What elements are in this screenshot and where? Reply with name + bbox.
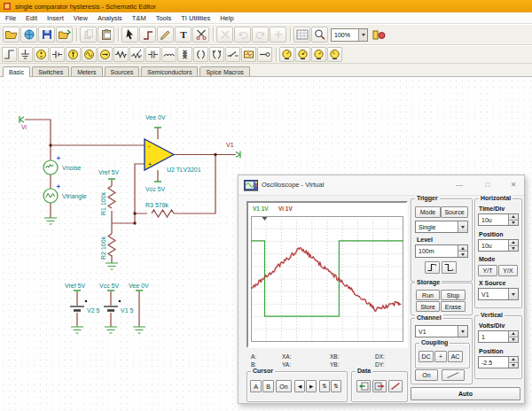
- save-button[interactable]: [38, 27, 55, 43]
- yt-button[interactable]: Y/T: [478, 265, 497, 276]
- component-wattmeter[interactable]: [327, 47, 342, 62]
- source-vtriangle[interactable]: [43, 185, 60, 204]
- component-resistor[interactable]: [113, 47, 129, 62]
- delete-tool-button[interactable]: [216, 27, 233, 43]
- menu-file[interactable]: File: [5, 14, 16, 22]
- component-battery[interactable]: [50, 47, 65, 62]
- component-inductor[interactable]: [161, 47, 176, 62]
- component-ammeter[interactable]: [295, 47, 310, 62]
- input-pin-vi[interactable]: [20, 116, 24, 123]
- label-vee-bat[interactable]: Vee 0V: [129, 283, 149, 289]
- menu-view[interactable]: View: [74, 14, 88, 22]
- zoom-level-select[interactable]: 100%: [331, 28, 368, 42]
- battery-v1[interactable]: [104, 300, 121, 311]
- resistor-r2[interactable]: [108, 234, 115, 256]
- store-button[interactable]: Store: [416, 301, 440, 312]
- chevron-down-icon[interactable]: [508, 289, 518, 299]
- menu-edit[interactable]: Edit: [26, 14, 37, 22]
- label-r3[interactable]: R3 576k: [145, 202, 169, 208]
- xsource-select[interactable]: V1: [478, 288, 519, 300]
- coupling-ground-button[interactable]: +: [434, 351, 447, 362]
- source-vnoise[interactable]: [43, 157, 60, 175]
- label-r1[interactable]: R1 100k: [100, 191, 106, 215]
- coupling-dc-button[interactable]: DC: [419, 351, 434, 362]
- copy-button[interactable]: [80, 27, 97, 43]
- voltsdiv-spinner[interactable]: 1: [478, 330, 519, 343]
- label-vee-top[interactable]: Vee 0V: [145, 114, 166, 120]
- label-bat-v2[interactable]: V2 5: [87, 307, 100, 314]
- component-transformer[interactable]: [177, 47, 192, 62]
- component-coupled-inductors-2[interactable]: [209, 47, 224, 62]
- component-capacitor[interactable]: [145, 47, 160, 62]
- component-current-generator[interactable]: [98, 47, 113, 62]
- net-label-v1[interactable]: V1: [226, 142, 234, 148]
- tm-instruments-icon[interactable]: [370, 27, 387, 43]
- minimize-button[interactable]: —: [451, 177, 467, 191]
- zoom-tool-button[interactable]: [311, 27, 328, 43]
- tab-semiconductors[interactable]: Semiconductors: [141, 66, 198, 76]
- export-web-button[interactable]: [20, 27, 37, 43]
- component-switch[interactable]: [225, 47, 240, 62]
- label-vnoise[interactable]: Vnoise: [62, 165, 82, 171]
- resistor-r1[interactable]: [108, 186, 115, 208]
- export-data-button[interactable]: [372, 380, 387, 392]
- trigger-mode-button[interactable]: Mode: [415, 206, 441, 218]
- spin-down-button[interactable]: [509, 246, 518, 252]
- v-position-spinner[interactable]: -2.5: [478, 356, 519, 368]
- label-vref-bat[interactable]: Vref 5V: [65, 283, 85, 289]
- redo-button[interactable]: [252, 27, 269, 43]
- h-position-spinner[interactable]: 10u: [478, 239, 519, 252]
- cursor-right-button[interactable]: ▶: [306, 380, 317, 392]
- label-bat-v1[interactable]: V1 5: [121, 307, 134, 314]
- chevron-down-icon[interactable]: [458, 326, 467, 337]
- component-voltage-generator[interactable]: [82, 47, 97, 62]
- copy-data-button[interactable]: [356, 380, 371, 392]
- trigger-level-spinner[interactable]: 100m: [415, 244, 468, 258]
- resistor-r3[interactable]: [152, 210, 174, 217]
- falling-edge-button[interactable]: [442, 261, 457, 274]
- channel-on-button[interactable]: On: [415, 369, 438, 381]
- close-button[interactable]: ✕: [505, 177, 521, 191]
- net-label-vi[interactable]: Vi: [21, 124, 27, 130]
- label-vcc-opamp[interactable]: Vcc 5V: [145, 186, 166, 192]
- chevron-down-icon[interactable]: [458, 221, 467, 232]
- cursor-updown-b-button[interactable]: ⇅: [331, 380, 341, 392]
- run-button[interactable]: Run: [416, 290, 440, 300]
- component-ground[interactable]: [18, 47, 33, 62]
- undo-button[interactable]: [234, 27, 251, 43]
- component-coupled-inductors[interactable]: [193, 47, 208, 62]
- label-u2[interactable]: U2 TLV3201: [167, 167, 201, 173]
- component-wire[interactable]: [2, 47, 17, 62]
- oscilloscope-window[interactable]: Oscilloscope - Virtual — □ ✕ V1 1V Vi 1V…: [238, 174, 525, 404]
- curve-button[interactable]: [388, 380, 403, 392]
- label-vtriangle[interactable]: Vtriangle: [62, 193, 87, 200]
- grid-toggle-button[interactable]: [293, 27, 310, 43]
- text-tool-button[interactable]: T: [175, 27, 192, 43]
- tab-switches[interactable]: Switches: [32, 66, 69, 76]
- label-vref-r1[interactable]: Vref 5V: [98, 169, 119, 175]
- rising-edge-button[interactable]: [425, 261, 440, 274]
- stop-button[interactable]: Stop: [441, 290, 466, 300]
- maximize-button[interactable]: □: [480, 177, 496, 191]
- component-current-source[interactable]: [66, 47, 81, 62]
- component-potentiometer[interactable]: [129, 47, 145, 62]
- coupling-ac-button[interactable]: AC: [448, 351, 463, 362]
- spin-down-button[interactable]: [509, 221, 518, 226]
- menu-tm[interactable]: T&M: [132, 14, 146, 22]
- oscilloscope-title-bar[interactable]: Oscilloscope - Virtual — □ ✕: [239, 175, 524, 196]
- label-r2[interactable]: R2 100k: [100, 236, 106, 260]
- cursor-b-button[interactable]: B: [262, 380, 274, 392]
- output-pin-v1[interactable]: [236, 151, 240, 159]
- spin-up-button[interactable]: [458, 245, 467, 252]
- trigger-mode-select[interactable]: Single: [415, 221, 468, 233]
- chevron-down-icon[interactable]: [358, 29, 367, 41]
- tab-sources[interactable]: Sources: [105, 66, 140, 76]
- opamp-u2[interactable]: - +: [145, 139, 174, 170]
- pencil-tool-button[interactable]: [157, 27, 174, 43]
- channel-select[interactable]: V1: [415, 325, 468, 337]
- cursor-a-button[interactable]: A: [250, 380, 262, 392]
- select-tool-button[interactable]: [121, 27, 138, 43]
- spin-down-button[interactable]: [458, 252, 467, 257]
- component-voltmeter[interactable]: [279, 47, 294, 62]
- tab-basic[interactable]: Basic: [3, 66, 30, 77]
